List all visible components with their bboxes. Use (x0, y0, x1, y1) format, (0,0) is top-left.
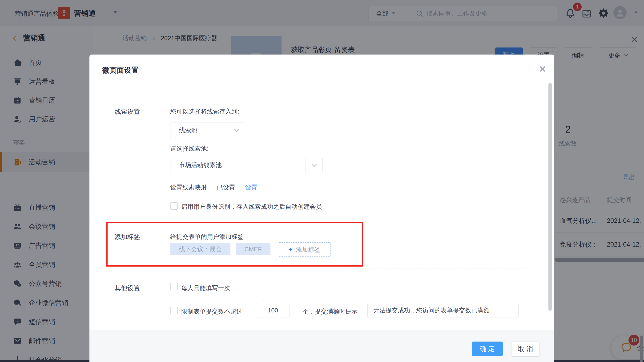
mapping-set-link[interactable]: 设置 (245, 183, 257, 191)
limit-before-label: 限制表单提交数不超过 (181, 308, 242, 316)
app-window: 营销通产品体验 营销通 全部 搜索同事、工作及更多 1 (0, 0, 644, 362)
modal-scrollbar[interactable] (548, 83, 552, 311)
mapping-status: 已设置 (217, 183, 235, 191)
lead-pool-select[interactable]: 市场活动线索池 (170, 157, 323, 173)
limit-checkbox[interactable] (170, 307, 178, 314)
confirm-button[interactable]: 确 定 (472, 342, 503, 356)
identity-checkbox-label: 启用用户身份识别，存入线索成功之后自动创建会员 (181, 203, 322, 211)
micropage-settings-modal: 微页面设置 ✕ 线索设置 您可以选择将线索存入到: 线索池 请选择线索池: 市场… (90, 54, 554, 362)
other-settings-label: 其他设置 (115, 284, 140, 292)
mapping-label: 设置线索映射 (170, 183, 207, 191)
modal-close-icon[interactable]: ✕ (538, 64, 546, 74)
modal-footer: 确 定 取 消 (90, 331, 554, 362)
lead-store-select[interactable]: 线索池 (170, 122, 245, 138)
lead-settings-label: 线索设置 (115, 107, 140, 116)
lead-pool-value: 市场活动线索池 (179, 161, 222, 169)
modal-title: 微页面设置 (102, 65, 139, 75)
confirm-label: 确 定 (480, 344, 495, 353)
red-annotation-box (106, 222, 363, 267)
limit-message-input[interactable] (368, 303, 518, 318)
pool-question: 请选择线索池: (170, 145, 208, 153)
identity-checkbox[interactable] (170, 202, 178, 210)
section-divider (108, 268, 527, 268)
limit-count-input[interactable] (256, 303, 290, 318)
limit-after-label: 个，提交满额时提示 (302, 308, 358, 316)
cancel-button[interactable]: 取 消 (511, 342, 540, 357)
select-caret-area[interactable] (305, 157, 322, 173)
fill-once-label: 每人只能填写一次 (181, 284, 230, 292)
cancel-label: 取 消 (518, 345, 533, 354)
lead-store-value: 线索池 (179, 126, 197, 135)
lead-store-intro: 您可以选择将线索存入到: (170, 107, 239, 116)
section-divider (108, 221, 527, 221)
section-divider (108, 199, 527, 199)
select-caret-area[interactable] (228, 123, 245, 138)
fill-once-checkbox[interactable] (170, 283, 178, 290)
